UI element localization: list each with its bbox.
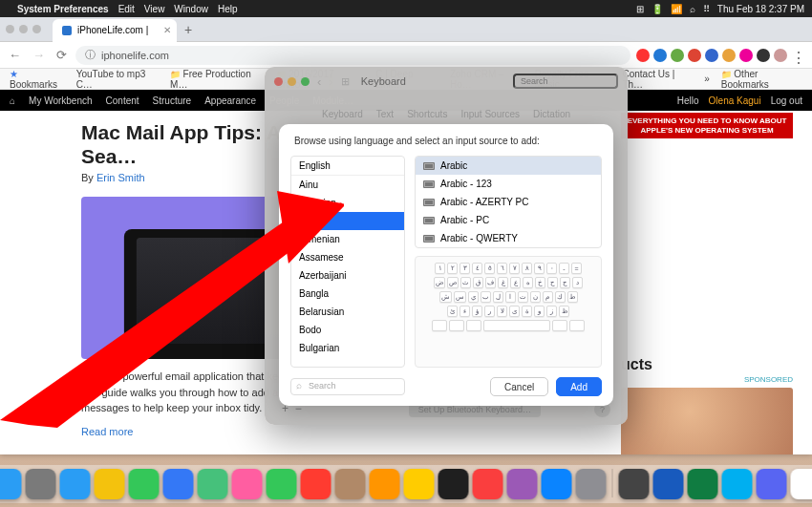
dock-app-launchpad[interactable]	[26, 469, 56, 499]
language-row[interactable]: Bulgarian	[291, 339, 404, 357]
menubar-help[interactable]: Help	[218, 4, 238, 14]
bookmarks-label[interactable]: Bookmarks	[10, 69, 65, 90]
cancel-button[interactable]: Cancel	[490, 377, 548, 396]
promo-banner[interactable]: EVERYTHING YOU NEED TO KNOW ABOUT APPLE'…	[621, 113, 793, 138]
input-source-row[interactable]: Arabic - AZERTY PC	[416, 193, 601, 211]
dock-app-trash[interactable]	[619, 469, 650, 499]
keyboard-key: ش	[439, 291, 452, 303]
dock-app-settings[interactable]	[576, 469, 607, 499]
menubar-clock[interactable]: Thu Feb 18 2:37 PM	[717, 4, 804, 14]
dock-app-safari[interactable]	[60, 469, 91, 499]
dock-app-excel[interactable]	[688, 469, 718, 499]
dock-app-mail[interactable]	[163, 469, 194, 499]
extension-icon[interactable]	[722, 49, 736, 62]
input-source-row[interactable]: Arabic - PC	[416, 211, 601, 229]
admin-item[interactable]: Appearance	[204, 95, 256, 106]
dock-app-music[interactable]	[473, 469, 503, 499]
window-controls[interactable]	[6, 25, 41, 33]
dialog-search[interactable]: Search	[290, 378, 405, 395]
other-bookmarks[interactable]: Other Bookmarks	[721, 69, 802, 90]
input-source-row[interactable]: Arabic - 123	[416, 175, 601, 193]
keyboard-key: ج	[560, 277, 570, 288]
search-icon[interactable]: ⌕	[690, 4, 695, 14]
language-row[interactable]: Arabic	[291, 212, 404, 230]
keyboard-key: ل	[493, 291, 503, 303]
wifi-icon[interactable]: 📶	[671, 4, 682, 14]
dock-app-facetime[interactable]	[267, 469, 297, 499]
menubar-edit[interactable]: Edit	[118, 4, 135, 14]
add-input-source-dialog: Browse using language and select an inpu…	[279, 124, 613, 406]
dock-app-photos[interactable]	[232, 469, 263, 499]
back-button[interactable]: ←	[6, 48, 24, 62]
dock-app-slack[interactable]	[791, 469, 813, 499]
status-icon[interactable]: ⊞	[636, 4, 644, 14]
dock-app-messages[interactable]	[129, 469, 160, 499]
bookmark-overflow-icon[interactable]: »	[704, 74, 710, 84]
browser-tab[interactable]: iPhoneLife.com | ✕	[53, 19, 177, 42]
menubar-view[interactable]: View	[144, 4, 165, 14]
bookmark-item[interactable]: Free Production M…	[170, 69, 265, 90]
language-row[interactable]: Armenian	[291, 230, 404, 248]
dock-app-podcasts[interactable]	[507, 469, 538, 499]
bookmark-item[interactable]: YouTube to mp3 C…	[76, 69, 159, 90]
dock-app-word[interactable]	[653, 469, 684, 499]
dock-app-maps[interactable]	[198, 469, 228, 499]
dock-app-contacts[interactable]	[335, 469, 366, 499]
extension-icon[interactable]	[671, 49, 684, 62]
dock-app-tv[interactable]	[438, 469, 469, 499]
menubar-window[interactable]: Window	[174, 4, 208, 14]
admin-item[interactable]: Structure	[153, 95, 192, 106]
input-source-list[interactable]: ArabicArabic - 123Arabic - AZERTY PCArab…	[415, 156, 602, 248]
author-link[interactable]: Erin Smith	[96, 172, 145, 183]
language-row[interactable]: Azerbaijani	[291, 266, 404, 285]
keyboard-key: ى	[509, 306, 520, 317]
dock-app-discord[interactable]	[757, 469, 787, 499]
keyboard-key	[432, 320, 447, 331]
extension-icon[interactable]	[688, 49, 701, 62]
sidebar-image[interactable]	[621, 388, 793, 454]
new-tab-button[interactable]: +	[184, 22, 192, 37]
site-info-icon[interactable]: ⓘ	[85, 48, 96, 62]
control-center-icon[interactable]: ⠿	[703, 4, 710, 14]
keyboard-key: ة	[522, 306, 532, 317]
language-row[interactable]: Ainu	[291, 176, 404, 194]
bookmark-item[interactable]: Contact Us | Th…	[622, 69, 693, 90]
forward-button[interactable]: →	[30, 48, 48, 62]
menubar-app-name[interactable]: System Preferences	[17, 4, 109, 14]
extension-icon[interactable]	[653, 49, 667, 62]
language-row[interactable]: Belarusian	[291, 303, 404, 321]
forward-button[interactable]: ›	[329, 74, 332, 89]
language-row[interactable]: Bangla	[291, 285, 404, 303]
admin-user[interactable]: Olena Kagui	[709, 95, 761, 106]
kebab-menu-icon[interactable]: ⋮	[791, 49, 806, 62]
input-source-row[interactable]: Arabic - QWERTY	[416, 229, 601, 247]
tab-close-icon[interactable]: ✕	[163, 25, 171, 35]
add-button[interactable]: Add	[556, 377, 602, 396]
dock-app-appstore[interactable]	[542, 469, 572, 499]
profile-avatar-icon[interactable]	[774, 49, 787, 62]
language-list[interactable]: EnglishAinuAlbanianArabicArmenianAssames…	[290, 156, 405, 368]
admin-item[interactable]: My Workbench	[29, 95, 93, 106]
home-icon[interactable]: ⌂	[10, 95, 15, 106]
language-row[interactable]: English	[291, 157, 404, 176]
read-more-link[interactable]: Read more	[81, 426, 425, 437]
dock-app-calendar[interactable]	[301, 469, 331, 499]
admin-item[interactable]: Content	[106, 95, 139, 106]
battery-icon[interactable]: 🔋	[652, 4, 663, 14]
address-bar[interactable]: ⓘ iphonelife.com	[75, 46, 630, 65]
language-row[interactable]: Bodo	[291, 321, 404, 339]
language-row[interactable]: Assamese	[291, 248, 404, 266]
reload-button[interactable]: ⟳	[53, 48, 70, 62]
dock-app-skype[interactable]	[722, 469, 753, 499]
admin-logout[interactable]: Log out	[771, 95, 802, 106]
extension-icon[interactable]	[705, 49, 718, 62]
input-source-row[interactable]: Arabic	[416, 157, 601, 175]
language-row[interactable]: Albanian	[291, 194, 404, 212]
dock-app-reminders[interactable]	[370, 469, 400, 499]
dock-app-notes[interactable]	[404, 469, 435, 499]
extension-icon[interactable]	[757, 49, 770, 62]
extension-icon[interactable]	[636, 49, 650, 62]
dock-app-finder[interactable]	[0, 469, 22, 499]
extension-icon[interactable]	[739, 49, 753, 62]
dock-app-chrome[interactable]	[95, 469, 125, 499]
